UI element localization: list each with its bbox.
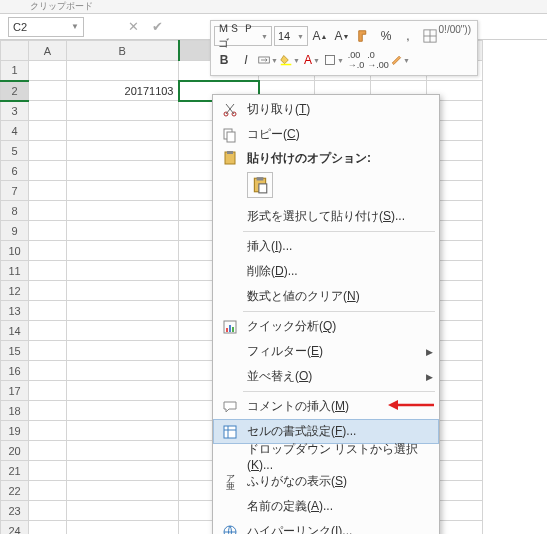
menu-sort[interactable]: 並べ替え(O)▶: [213, 364, 439, 389]
cell-B8[interactable]: [67, 201, 179, 221]
menu-cut[interactable]: 切り取り(T): [213, 97, 439, 122]
increase-font-icon[interactable]: A▲: [310, 26, 330, 46]
row-header-20[interactable]: 20: [1, 441, 29, 461]
row-header-15[interactable]: 15: [1, 341, 29, 361]
row-header-2[interactable]: 2: [1, 81, 29, 101]
cell-B15[interactable]: [67, 341, 179, 361]
menu-clear[interactable]: 数式と値のクリア(N): [213, 284, 439, 309]
font-size-selector[interactable]: 14▼: [274, 26, 308, 46]
font-color-icon[interactable]: A▼: [302, 50, 322, 70]
row-header-10[interactable]: 10: [1, 241, 29, 261]
row-header-24[interactable]: 24: [1, 521, 29, 535]
cell-A13[interactable]: [29, 301, 67, 321]
select-all-corner[interactable]: [1, 41, 29, 61]
percent-button[interactable]: %: [376, 26, 396, 46]
cell-A17[interactable]: [29, 381, 67, 401]
cell-B14[interactable]: [67, 321, 179, 341]
cell-B20[interactable]: [67, 441, 179, 461]
cell-A16[interactable]: [29, 361, 67, 381]
namebox-dropdown-icon[interactable]: ▼: [71, 22, 79, 31]
cell-A5[interactable]: [29, 141, 67, 161]
format-painter-icon[interactable]: [354, 26, 374, 46]
cell-A1[interactable]: [29, 61, 67, 81]
cell-A9[interactable]: [29, 221, 67, 241]
cell-B18[interactable]: [67, 401, 179, 421]
row-header-8[interactable]: 8: [1, 201, 29, 221]
cell-B10[interactable]: [67, 241, 179, 261]
row-header-4[interactable]: 4: [1, 121, 29, 141]
cell-B5[interactable]: [67, 141, 179, 161]
cell-B1[interactable]: [67, 61, 179, 81]
bold-button[interactable]: B: [214, 50, 234, 70]
cell-B24[interactable]: [67, 521, 179, 535]
decrease-font-icon[interactable]: A▼: [332, 26, 352, 46]
row-header-3[interactable]: 3: [1, 101, 29, 121]
cell-A19[interactable]: [29, 421, 67, 441]
row-header-19[interactable]: 19: [1, 421, 29, 441]
row-header-11[interactable]: 11: [1, 261, 29, 281]
cell-A8[interactable]: [29, 201, 67, 221]
menu-hyperlink[interactable]: ハイパーリンク(I)...: [213, 519, 439, 534]
menu-delete[interactable]: 削除(D)...: [213, 259, 439, 284]
italic-button[interactable]: I: [236, 50, 256, 70]
row-header-1[interactable]: 1: [1, 61, 29, 81]
row-header-9[interactable]: 9: [1, 221, 29, 241]
confirm-icon[interactable]: ✔: [147, 17, 167, 37]
cell-B7[interactable]: [67, 181, 179, 201]
cell-B3[interactable]: [67, 101, 179, 121]
cell-A18[interactable]: [29, 401, 67, 421]
cell-A6[interactable]: [29, 161, 67, 181]
col-header-B[interactable]: B: [67, 41, 179, 61]
cell-A20[interactable]: [29, 441, 67, 461]
cell-A12[interactable]: [29, 281, 67, 301]
cell-B11[interactable]: [67, 261, 179, 281]
row-header-14[interactable]: 14: [1, 321, 29, 341]
cell-A24[interactable]: [29, 521, 67, 535]
cell-B4[interactable]: [67, 121, 179, 141]
row-header-23[interactable]: 23: [1, 501, 29, 521]
cell-A15[interactable]: [29, 341, 67, 361]
cell-B17[interactable]: [67, 381, 179, 401]
cell-B22[interactable]: [67, 481, 179, 501]
menu-insert[interactable]: 挿入(I)...: [213, 234, 439, 259]
row-header-7[interactable]: 7: [1, 181, 29, 201]
row-header-13[interactable]: 13: [1, 301, 29, 321]
name-box[interactable]: C2 ▼: [8, 17, 84, 37]
menu-pick-from-list[interactable]: ドロップダウン リストから選択(K)...: [213, 444, 439, 469]
border-icon[interactable]: ▼: [324, 50, 344, 70]
row-header-6[interactable]: 6: [1, 161, 29, 181]
decimal-inc-icon[interactable]: .00→.0: [346, 50, 366, 70]
cell-B23[interactable]: [67, 501, 179, 521]
menu-quick-analysis[interactable]: クイック分析(Q): [213, 314, 439, 339]
row-header-12[interactable]: 12: [1, 281, 29, 301]
cell-B12[interactable]: [67, 281, 179, 301]
cell-A22[interactable]: [29, 481, 67, 501]
row-header-5[interactable]: 5: [1, 141, 29, 161]
cell-A3[interactable]: [29, 101, 67, 121]
fill-color-icon[interactable]: ▼: [280, 50, 300, 70]
menu-phonetic[interactable]: ア亜 ふりがなの表示(S): [213, 469, 439, 494]
cell-B19[interactable]: [67, 421, 179, 441]
menu-define-name[interactable]: 名前の定義(A)...: [213, 494, 439, 519]
merge-icon[interactable]: ▼: [258, 50, 278, 70]
menu-paste-special[interactable]: 形式を選択して貼り付け(S)...: [213, 204, 439, 229]
col-header-A[interactable]: A: [29, 41, 67, 61]
cell-A11[interactable]: [29, 261, 67, 281]
font-selector[interactable]: ＭＳ Ｐゴ▼: [214, 26, 272, 46]
cancel-icon[interactable]: ✕: [123, 17, 143, 37]
cell-A4[interactable]: [29, 121, 67, 141]
cell-B13[interactable]: [67, 301, 179, 321]
cells-format-icon[interactable]: [420, 26, 440, 46]
row-header-16[interactable]: 16: [1, 361, 29, 381]
cell-A10[interactable]: [29, 241, 67, 261]
row-header-22[interactable]: 22: [1, 481, 29, 501]
cell-A14[interactable]: [29, 321, 67, 341]
row-header-21[interactable]: 21: [1, 461, 29, 481]
cell-A23[interactable]: [29, 501, 67, 521]
cell-B6[interactable]: [67, 161, 179, 181]
cell-A2[interactable]: [29, 81, 67, 101]
paste-option-default[interactable]: [247, 172, 273, 198]
clear-format-icon[interactable]: ▼: [390, 50, 410, 70]
cell-A21[interactable]: [29, 461, 67, 481]
cell-B2[interactable]: 20171103: [67, 81, 179, 101]
